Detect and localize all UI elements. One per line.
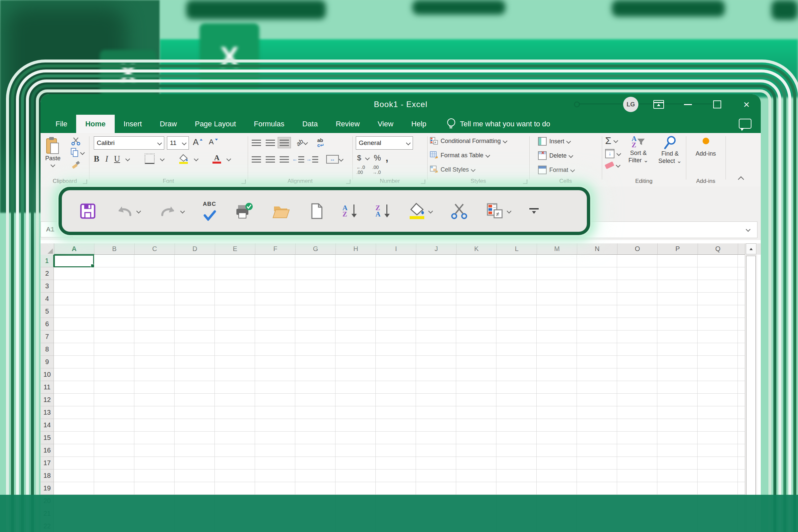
format-painter-button[interactable] (71, 160, 80, 171)
clipboard-dialog-launcher[interactable] (83, 179, 87, 184)
tell-me-box[interactable]: Tell me what you want to do (446, 115, 550, 133)
maximize-button[interactable] (706, 94, 729, 115)
column-header-m[interactable]: M (537, 243, 577, 255)
column-header-c[interactable]: C (135, 243, 175, 255)
tab-data[interactable]: Data (293, 115, 326, 133)
number-format-select[interactable]: General (356, 136, 413, 150)
sort-descending-button[interactable]: ZA (375, 204, 390, 218)
bottom-align-button[interactable] (278, 137, 291, 148)
font-size-select[interactable]: 11 (167, 136, 189, 150)
column-header-i[interactable]: I (376, 243, 416, 255)
tab-draw[interactable]: Draw (151, 115, 186, 133)
close-button[interactable]: × (735, 94, 758, 115)
tab-insert[interactable]: Insert (115, 115, 151, 133)
cut-qat-button[interactable] (451, 203, 468, 220)
scroll-up-button[interactable] (746, 243, 757, 254)
scrollbar-thumb[interactable] (746, 256, 756, 532)
tab-review[interactable]: Review (327, 115, 369, 133)
row-header-15[interactable]: 15 (41, 432, 54, 444)
minimize-button[interactable] (676, 94, 700, 115)
font-color-dropdown-icon[interactable] (226, 156, 231, 161)
tab-home[interactable]: Home (76, 115, 114, 133)
increase-font-button[interactable]: A (193, 137, 203, 147)
format-cells-button[interactable]: Format (538, 166, 574, 174)
insert-cells-button[interactable]: Insert (538, 137, 570, 146)
undo-dropdown-icon[interactable] (136, 208, 141, 213)
merge-center-button[interactable]: ↔ (326, 155, 339, 164)
sort-ascending-button[interactable]: AZ (342, 204, 357, 218)
accounting-dropdown-icon[interactable] (365, 156, 370, 160)
fill-handle[interactable] (91, 264, 94, 268)
row-header-7[interactable]: 7 (41, 330, 54, 343)
comments-icon[interactable] (739, 119, 752, 129)
tab-page-layout[interactable]: Page Layout (186, 115, 245, 133)
formula-bar-expand-icon[interactable] (746, 227, 750, 232)
top-align-button[interactable] (250, 137, 263, 148)
wrap-text-button[interactable]: abc↵ (317, 138, 324, 148)
row-header-4[interactable]: 4 (41, 292, 54, 305)
decrease-decimal-button[interactable]: .00→.0 (373, 165, 381, 175)
align-center-button[interactable] (264, 154, 277, 165)
collapse-ribbon-button[interactable] (739, 177, 743, 183)
row-header-17[interactable]: 17 (41, 457, 54, 470)
delete-cells-button[interactable]: × Delete (538, 151, 573, 160)
comma-style-button[interactable]: , (386, 152, 388, 164)
autosum-button[interactable]: Σ (605, 135, 618, 146)
copy-button[interactable] (71, 148, 84, 158)
borders-dropdown-icon[interactable] (160, 156, 165, 161)
row-header-8[interactable]: 8 (41, 343, 54, 356)
column-header-n[interactable]: N (577, 243, 618, 255)
accounting-format-button[interactable]: $ (357, 154, 361, 162)
print-preview-button[interactable] (235, 203, 253, 220)
decrease-indent-button[interactable]: ← (291, 154, 305, 165)
undo-button[interactable] (115, 203, 140, 219)
row-header-16[interactable]: 16 (41, 444, 54, 457)
styles-dialog-launcher[interactable] (523, 179, 527, 184)
row-header-6[interactable]: 6 (41, 318, 54, 330)
column-header-f[interactable]: F (255, 243, 296, 255)
merge-dropdown-icon[interactable] (339, 157, 343, 162)
fill-color-qat-button[interactable] (408, 203, 432, 219)
column-header-o[interactable]: O (618, 243, 658, 255)
fill-button[interactable]: ↓ (605, 149, 621, 158)
column-header-k[interactable]: K (457, 243, 497, 255)
row-header-18[interactable]: 18 (41, 470, 54, 482)
alignment-dialog-launcher[interactable] (346, 179, 350, 184)
paste-button[interactable]: Paste (45, 136, 60, 167)
tab-view[interactable]: View (369, 115, 402, 133)
row-header-12[interactable]: 12 (41, 394, 54, 406)
column-header-l[interactable]: L (497, 243, 537, 255)
fill-color-qat-dropdown-icon[interactable] (428, 208, 433, 213)
format-as-table-button[interactable]: Format as Table (430, 151, 490, 159)
column-header-j[interactable]: J (416, 243, 457, 255)
addins-button[interactable]: Add-ins (686, 138, 725, 157)
number-dialog-launcher[interactable] (421, 179, 425, 184)
find-select-button[interactable]: Find & Select ⌄ (655, 136, 685, 165)
conditional-formatting-button[interactable]: ≠ Conditional Formatting (430, 137, 507, 145)
clear-button[interactable] (605, 163, 620, 168)
worksheet-cells[interactable] (54, 255, 752, 532)
selected-cell-a1[interactable] (54, 255, 94, 267)
row-header-10[interactable]: 10 (41, 368, 54, 381)
tab-help[interactable]: Help (402, 115, 435, 133)
column-header-h[interactable]: H (336, 243, 376, 255)
ribbon-display-options-button[interactable] (647, 94, 670, 115)
column-header-b[interactable]: B (94, 243, 135, 255)
orientation-dropdown-icon[interactable] (303, 140, 308, 145)
spelling-button[interactable]: ABC (203, 201, 216, 221)
column-header-a[interactable]: A (54, 243, 94, 255)
cell-styles-button[interactable]: Cell Styles (430, 166, 475, 174)
row-header-1[interactable]: 1 (41, 255, 54, 267)
open-button[interactable] (272, 203, 291, 219)
tab-formulas[interactable]: Formulas (245, 115, 293, 133)
increase-indent-button[interactable]: → (306, 154, 319, 165)
row-header-11[interactable]: 11 (41, 381, 54, 394)
row-header-3[interactable]: 3 (41, 280, 54, 292)
select-all-corner[interactable] (41, 243, 54, 255)
underline-dropdown-icon[interactable] (125, 156, 130, 161)
row-header-13[interactable]: 13 (41, 406, 54, 419)
font-dialog-launcher[interactable] (241, 179, 246, 184)
save-button[interactable] (79, 203, 96, 220)
percent-style-button[interactable]: % (374, 153, 381, 163)
fill-color-dropdown-icon[interactable] (194, 156, 198, 161)
